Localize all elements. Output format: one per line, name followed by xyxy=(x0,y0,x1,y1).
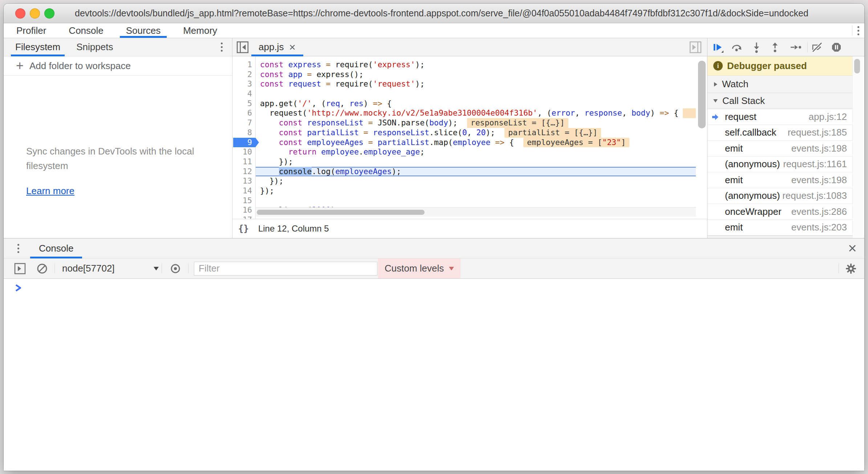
toolbar-divider xyxy=(162,264,162,274)
call-stack-frame[interactable]: emitevents.js:198 xyxy=(707,141,853,157)
minimize-window-button[interactable] xyxy=(30,8,40,19)
frame-function-name: emit xyxy=(725,174,743,186)
line-number[interactable]: 13 xyxy=(232,176,255,186)
console-settings-gear-icon[interactable] xyxy=(845,262,857,275)
step-over-button[interactable] xyxy=(729,39,745,55)
horizontal-scrollbar-thumb[interactable] xyxy=(257,210,425,215)
expand-right-panel-icon[interactable] xyxy=(689,41,702,54)
window-titlebar: devtools://devtools/bundled/js_app.html?… xyxy=(4,4,864,23)
zoom-window-button[interactable] xyxy=(44,8,54,19)
console-drawer: Console node[57702] xyxy=(4,238,864,471)
drawer-tab-console[interactable]: Console xyxy=(30,238,82,258)
pretty-print-icon[interactable]: {} xyxy=(238,224,249,234)
vertical-scrollbar-thumb[interactable] xyxy=(698,61,706,128)
code-line-14[interactable]: }); xyxy=(256,186,696,196)
code-line-2[interactable]: const app = express(); xyxy=(256,70,696,80)
code-line-5[interactable]: app.get('/', (req, res) => { xyxy=(256,99,696,109)
inline-value-hint: responseList = [{…}] xyxy=(467,118,568,128)
code-line-1[interactable]: const express = require('express'); xyxy=(256,60,696,70)
window-title-url: devtools://devtools/bundled/js_app.html?… xyxy=(75,8,808,19)
call-stack-frame[interactable]: (anonymous)request.js:1083 xyxy=(707,188,853,204)
add-folder-button[interactable]: + Add folder to workspace xyxy=(4,56,232,76)
console-output-area[interactable] xyxy=(4,279,864,471)
code-line-11[interactable]: }); xyxy=(256,157,696,167)
console-filter-input[interactable] xyxy=(194,262,377,276)
line-number[interactable]: 15 xyxy=(232,196,255,206)
step-into-button[interactable] xyxy=(749,39,764,55)
code-line-12[interactable]: console.log(employeeAges); xyxy=(256,167,696,177)
close-tab-icon[interactable] xyxy=(289,44,296,51)
code-line-10[interactable]: return employee.employee_age; xyxy=(256,147,696,157)
step-out-button[interactable] xyxy=(767,39,783,55)
line-number[interactable]: 3 xyxy=(232,79,255,89)
drawer-menu-kebab-icon[interactable] xyxy=(12,241,24,256)
editor-gutter[interactable]: 1234567891011121314151617 xyxy=(232,56,256,219)
navigator-tab-snippets[interactable]: Snippets xyxy=(72,38,117,56)
close-window-button[interactable] xyxy=(15,8,25,19)
code-line-7[interactable]: const responseList = JSON.parse(body);re… xyxy=(256,118,696,128)
sidebar-scrollbar-track[interactable] xyxy=(852,56,864,238)
line-number[interactable]: 8 xyxy=(232,128,255,138)
call-stack-frame[interactable]: (anonymous)request.js:1161 xyxy=(707,157,853,173)
editor-tab-appjs[interactable]: app.js xyxy=(251,38,303,56)
custom-levels-label: Custom levels xyxy=(385,263,444,274)
show-console-sidebar-icon[interactable] xyxy=(14,262,26,275)
dropdown-arrow-icon xyxy=(449,267,454,270)
clear-console-icon[interactable] xyxy=(36,263,48,274)
custom-levels-dropdown[interactable]: Custom levels xyxy=(378,258,461,278)
debugger-sidebar: i Debugger paused Watch Call Stack reque… xyxy=(707,38,864,238)
line-number[interactable]: 12 xyxy=(232,167,255,177)
code-line-4[interactable] xyxy=(256,89,696,99)
code-line-9[interactable]: const employeeAges = partialList.map(emp… xyxy=(256,138,696,148)
line-number[interactable]: 10 xyxy=(232,147,255,157)
call-stack-frame[interactable]: self.callbackrequest.js:185 xyxy=(707,125,853,141)
live-expression-eye-icon[interactable] xyxy=(170,263,181,274)
line-number[interactable]: 17 xyxy=(232,215,255,219)
close-drawer-icon[interactable] xyxy=(848,244,857,253)
tab-console[interactable]: Console xyxy=(62,23,109,38)
code-line-13[interactable]: }); xyxy=(256,176,696,186)
line-number[interactable]: 7 xyxy=(232,118,255,128)
frame-location: request.js:1161 xyxy=(783,158,847,170)
tab-sources[interactable]: Sources xyxy=(120,23,167,38)
horizontal-scrollbar[interactable] xyxy=(256,207,696,217)
tab-profiler[interactable]: Profiler xyxy=(10,23,52,38)
execution-context-selector[interactable]: node[57702] xyxy=(62,263,159,274)
code-line-3[interactable]: const request = require('request'); xyxy=(256,79,696,89)
tab-memory[interactable]: Memory xyxy=(177,23,223,38)
line-number[interactable]: 16 xyxy=(232,205,255,215)
context-label: node[57702] xyxy=(62,263,115,274)
navigator-tab-filesystem[interactable]: Filesystem xyxy=(11,38,65,56)
call-stack-section-header[interactable]: Call Stack xyxy=(707,93,853,109)
resume-button[interactable] xyxy=(710,39,726,55)
collapse-left-panel-icon[interactable] xyxy=(236,41,249,54)
call-stack-list: requestapp.js:12self.callbackrequest.js:… xyxy=(707,109,853,236)
code-line-6[interactable]: request('http://www.mocky.io/v2/5e1a9abe… xyxy=(256,108,696,118)
chevron-right-icon xyxy=(714,82,717,87)
line-number[interactable]: 4 xyxy=(232,89,255,99)
code-line-8[interactable]: const partialList = responseList.slice(0… xyxy=(256,128,696,138)
sidebar-scrollbar-thumb[interactable] xyxy=(854,59,860,73)
breakpoint-line-number[interactable]: 9 xyxy=(232,138,255,148)
call-stack-frame[interactable]: requestapp.js:12 xyxy=(707,109,853,125)
call-stack-frame[interactable]: onceWrapperevents.js:286 xyxy=(707,204,853,220)
frame-function-name: (anonymous) xyxy=(725,190,780,201)
navigator-menu-kebab-icon[interactable] xyxy=(216,40,228,55)
step-button[interactable] xyxy=(788,39,804,55)
call-stack-frame[interactable]: emitevents.js:203 xyxy=(707,220,853,236)
step-over-icon xyxy=(730,41,743,53)
watch-section-header[interactable]: Watch xyxy=(707,76,853,93)
code-pane[interactable]: const express = require('express');const… xyxy=(256,56,696,219)
line-number[interactable]: 5 xyxy=(232,99,255,109)
pause-on-exceptions-button[interactable] xyxy=(828,39,844,55)
line-number[interactable]: 2 xyxy=(232,70,255,80)
learn-more-link[interactable]: Learn more xyxy=(26,185,232,197)
main-menu-kebab-icon[interactable] xyxy=(852,23,864,38)
line-number[interactable]: 1 xyxy=(232,60,255,70)
line-number[interactable]: 14 xyxy=(232,186,255,196)
call-stack-frame[interactable]: emitevents.js:198 xyxy=(707,172,853,188)
code-line-15[interactable] xyxy=(256,196,696,206)
line-number[interactable]: 6 xyxy=(232,108,255,118)
line-number[interactable]: 11 xyxy=(232,157,255,167)
deactivate-breakpoints-button[interactable] xyxy=(809,39,825,55)
